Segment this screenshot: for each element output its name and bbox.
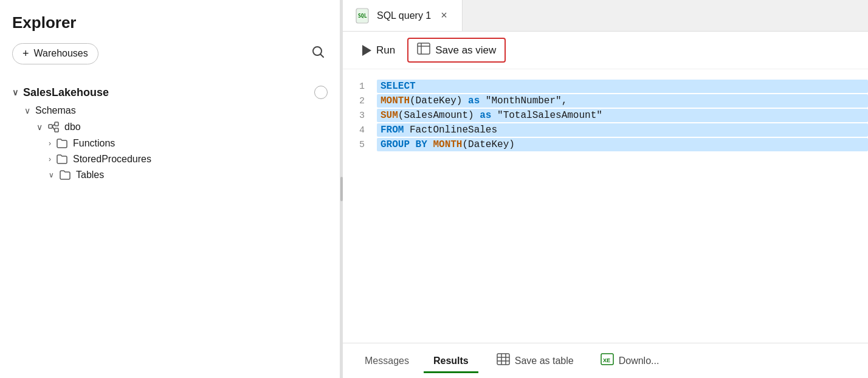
table-icon (497, 353, 510, 368)
save-view-label: Save as view (435, 44, 496, 57)
chevron-down-icon: ∨ (12, 88, 18, 97)
toolbar: Run Save as view (343, 32, 868, 69)
save-as-view-button[interactable]: Save as view (407, 38, 506, 63)
code-line-2: 2 MONTH(DateKey) as "MonthNumber", (343, 94, 868, 108)
line-number-3: 3 (343, 111, 377, 121)
sidebar-item-saleslakehouse[interactable]: ∨ SalesLakehouse (0, 82, 340, 103)
sidebar-item-dbo[interactable]: ∨ dbo (0, 119, 340, 136)
tab-label: SQL query 1 (377, 10, 431, 21)
run-button[interactable]: Run (355, 41, 402, 60)
line-number-2: 2 (343, 96, 377, 106)
tab-bar: SQL SQL query 1 × (343, 0, 868, 32)
tab-results[interactable]: Results (424, 351, 478, 373)
keyword-month: MONTH (381, 95, 410, 106)
code-line-3: 3 SUM(SalesAmount) as "TotalSalesAmount" (343, 108, 868, 123)
svg-text:XE: XE (603, 357, 610, 363)
folder-icon (56, 154, 68, 165)
svg-line-6 (52, 126, 55, 130)
sidebar-header: Explorer + Warehouses (0, 0, 340, 76)
run-label: Run (376, 44, 395, 57)
functions-label: Functions (73, 138, 115, 149)
tables-label: Tables (76, 170, 104, 180)
svg-rect-3 (55, 122, 58, 126)
chevron-right-icon: › (49, 155, 51, 163)
keyword-sum: SUM (381, 110, 398, 121)
line-content-4: FROM FactOnlineSales (377, 123, 868, 137)
results-label: Results (433, 356, 469, 366)
schema-icon (47, 121, 60, 133)
line-content-2: MONTH(DateKey) as "MonthNumber", (377, 94, 868, 108)
lakehouse-name: SalesLakehouse (23, 86, 109, 99)
line-content-1: SELECT (377, 80, 868, 93)
tab-sql-query-1[interactable]: SQL SQL query 1 × (343, 0, 463, 31)
sidebar-item-schemas[interactable]: ∨ Schemas (0, 103, 340, 119)
sidebar-item-functions[interactable]: › Functions (0, 136, 340, 151)
tab-close-button[interactable]: × (438, 8, 450, 23)
download-label: Downlo... (619, 356, 660, 366)
keyword-from: FROM (381, 125, 404, 136)
code-line-4: 4 FROM FactOnlineSales (343, 123, 868, 137)
main-panel: SQL SQL query 1 × Run Save as view (343, 0, 868, 378)
sidebar-top-row: + Warehouses (12, 42, 328, 65)
dbo-label: dbo (64, 122, 81, 132)
svg-text:SQL: SQL (358, 13, 367, 19)
chevron-down-icon: ∨ (36, 122, 43, 132)
save-as-table-button[interactable]: Save as table (488, 349, 582, 372)
folder-icon (59, 170, 71, 180)
code-editor[interactable]: 1 SELECT 2 MONTH(DateKey) as "MonthNumbe… (343, 69, 868, 343)
chevron-down-icon: ∨ (49, 171, 54, 179)
chevron-down-icon: ∨ (24, 106, 30, 115)
svg-line-1 (321, 55, 324, 58)
keyword-month2: MONTH (433, 139, 462, 150)
save-as-table-label: Save as table (515, 356, 574, 366)
lakehouse-status-icon (314, 86, 328, 99)
line-content-3: SUM(SalesAmount) as "TotalSalesAmount" (377, 109, 868, 122)
keyword-select: SELECT (381, 81, 416, 92)
svg-rect-4 (55, 128, 58, 132)
svg-rect-2 (49, 125, 52, 128)
play-icon (362, 45, 371, 56)
svg-rect-12 (497, 354, 509, 365)
save-view-icon (417, 43, 430, 58)
add-warehouses-label: Warehouses (34, 48, 88, 59)
search-icon (311, 44, 325, 59)
plus-icon: + (22, 47, 29, 60)
explorer-title: Explorer (12, 13, 328, 32)
svg-rect-9 (418, 43, 430, 54)
results-bar: Messages Results Save as table XE (343, 343, 868, 378)
add-warehouses-button[interactable]: + Warehouses (12, 43, 98, 64)
tab-messages[interactable]: Messages (355, 351, 419, 373)
line-number-1: 1 (343, 81, 377, 92)
sidebar-item-tables[interactable]: ∨ Tables (0, 167, 340, 183)
messages-label: Messages (365, 356, 409, 366)
line-content-5: GROUP BY MONTH(DateKey) (377, 138, 868, 151)
folder-icon (56, 138, 68, 149)
code-line-1: 1 SELECT (343, 79, 868, 94)
line-number-4: 4 (343, 125, 377, 136)
sidebar-tree: ∨ SalesLakehouse ∨ Schemas ∨ dbo (0, 76, 340, 378)
sidebar: Explorer + Warehouses ∨ SalesLakehouse ∨… (0, 0, 340, 378)
chevron-right-icon: › (49, 139, 51, 148)
search-button[interactable] (308, 42, 328, 65)
excel-icon: XE (601, 353, 614, 368)
sql-file-icon: SQL (355, 7, 372, 24)
storedprocedures-label: StoredProcedures (73, 154, 151, 165)
line-number-5: 5 (343, 140, 377, 150)
sidebar-item-storedprocedures[interactable]: › StoredProcedures (0, 151, 340, 167)
code-line-5: 5 GROUP BY MONTH(DateKey) (343, 137, 868, 152)
schemas-label: Schemas (35, 105, 76, 116)
download-button[interactable]: XE Downlo... (592, 349, 668, 372)
keyword-groupby: GROUP BY (381, 139, 433, 150)
